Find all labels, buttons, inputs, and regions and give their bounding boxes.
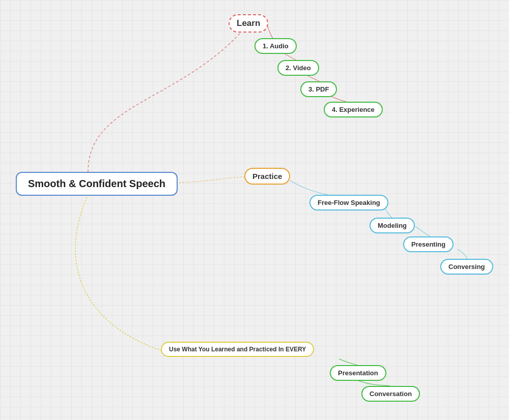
presenting-node: Presenting: [403, 236, 454, 252]
video-node: 2. Video: [277, 60, 319, 76]
presentation-node: Presentation: [330, 365, 386, 381]
main-node: Smooth & Confident Speech: [16, 172, 178, 196]
usewhat-node: Use What You Learned and Practiced In EV…: [161, 342, 314, 357]
conversing-node: Conversing: [440, 259, 493, 275]
modeling-node: Modeling: [370, 218, 415, 233]
practice-node: Practice: [244, 168, 290, 185]
pdf-node: 3. PDF: [300, 81, 337, 97]
freeflow-node: Free-Flow Speaking: [309, 195, 388, 211]
learn-node: Learn: [229, 14, 268, 33]
conversation-node: Conversation: [361, 386, 420, 402]
experience-node: 4. Experience: [324, 102, 383, 117]
audio-node: 1. Audio: [254, 38, 297, 54]
